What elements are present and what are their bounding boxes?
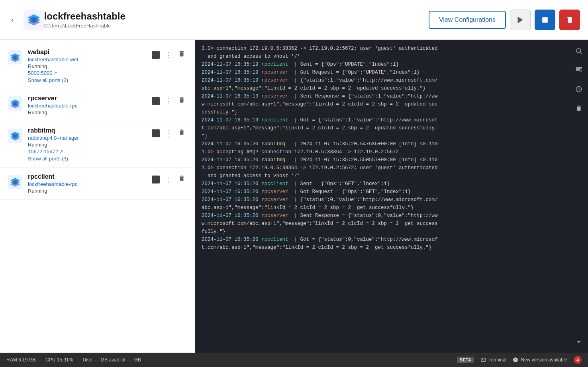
service-link-rpcserver[interactable]: lockfreehashtable-rpc [28, 103, 146, 109]
delete-service-rabbitmq[interactable] [176, 129, 187, 138]
svg-rect-9 [576, 67, 582, 68]
log-wrap-button[interactable] [572, 64, 585, 76]
bottom-bar-right: BETA Terminal New version available 4 [457, 356, 582, 364]
log-timestamp-button[interactable] [572, 83, 585, 96]
notification-badge[interactable]: 4 [574, 356, 582, 364]
service-item-webapi: webapi lockfreehashtable-wel Running 500… [0, 43, 195, 89]
delete-service-rpcserver[interactable] [176, 96, 187, 105]
service-actions-rabbitmq: ⋮ [152, 129, 187, 138]
sidebar: webapi lockfreehashtable-wel Running 500… [0, 40, 195, 353]
log-sidebar [570, 40, 588, 119]
service-name-rpcclient: rpcclient [28, 173, 146, 180]
service-icon-webapi [8, 50, 22, 64]
app-path: C:\Temp\LockFreeHashTable [44, 23, 429, 29]
disk-stat: Disk --.- GB avail. of --.- GB [82, 357, 141, 363]
app-info: lockfreehashtable C:\Temp\LockFreeHashTa… [44, 11, 429, 29]
header: ‹ lockfreehashtable C:\Temp\LockFreeHash… [0, 0, 588, 40]
service-status-rpcclient: Running [28, 188, 146, 194]
more-service-rpcclient[interactable]: ⋮ [163, 176, 173, 183]
service-status-webapi: Running [28, 63, 146, 69]
stop-button[interactable] [535, 10, 555, 30]
log-scroll-bottom-button[interactable] [573, 336, 585, 348]
service-item-rpcclient: rpcclient lockfreehashtable-rpc Running … [0, 168, 195, 200]
service-actions-webapi: ⋮ [152, 50, 187, 59]
service-info-rabbitmq: rabbitmq rabbitmq:4.0-manager Running 15… [28, 127, 146, 162]
service-show-ports-rabbitmq[interactable]: Show all ports (3) [28, 156, 146, 162]
new-version-notice[interactable]: New version available [513, 357, 567, 363]
service-info-rpcserver: rpcserver lockfreehashtable-rpc Running [28, 95, 146, 115]
terminal-label: Terminal [488, 357, 506, 363]
app-title: lockfreehashtable [44, 11, 429, 22]
ram-stat: RAM 6.19 GB [6, 357, 36, 363]
stop-service-rabbitmq[interactable] [152, 129, 160, 137]
service-info-rpcclient: rpcclient lockfreehashtable-rpc Running [28, 173, 146, 194]
delete-service-rpcclient[interactable] [176, 175, 187, 184]
service-item-rpcserver: rpcserver lockfreehashtable-rpc Running … [0, 89, 195, 121]
back-button[interactable]: ‹ [8, 12, 17, 27]
service-icon-rpcserver [8, 96, 22, 111]
log-content: 3.0> connection 172.19.0.5:38362 -> 172.… [202, 45, 568, 252]
terminal-link[interactable]: Terminal [480, 357, 506, 363]
service-info-webapi: webapi lockfreehashtable-wel Running 500… [28, 49, 146, 83]
stop-service-webapi[interactable] [152, 51, 160, 59]
more-service-webapi[interactable]: ⋮ [163, 51, 173, 59]
app-icon [24, 10, 44, 30]
service-icon-rpcclient [8, 175, 22, 189]
service-show-ports-webapi[interactable]: Show all ports (2) [28, 77, 146, 83]
service-actions-rpcclient: ⋮ [152, 175, 187, 184]
stop-service-rpcserver[interactable] [152, 97, 160, 105]
svg-rect-10 [576, 70, 580, 71]
log-area[interactable]: 3.0> connection 172.19.0.5:38362 -> 172.… [195, 40, 588, 353]
view-configurations-button[interactable]: View Configurations [429, 11, 506, 29]
service-link-rpcclient[interactable]: lockfreehashtable-rpc [28, 181, 146, 187]
service-name-rabbitmq: rabbitmq [28, 127, 146, 134]
log-clear-button[interactable] [572, 102, 585, 115]
delete-all-button[interactable] [559, 10, 580, 30]
service-port-rabbitmq[interactable]: 15672:15672 ↗ [28, 148, 63, 154]
stop-service-rpcclient[interactable] [152, 176, 160, 184]
main: webapi lockfreehashtable-wel Running 500… [0, 40, 588, 353]
service-name-rpcserver: rpcserver [28, 95, 146, 102]
service-name-webapi: webapi [28, 49, 146, 56]
cpu-stat: CPU 15.31% [45, 357, 73, 363]
svg-point-7 [576, 49, 581, 53]
service-actions-rpcserver: ⋮ [152, 96, 187, 105]
service-item-rabbitmq: rabbitmq rabbitmq:4.0-manager Running 15… [0, 121, 195, 168]
service-status-rabbitmq: Running [28, 142, 146, 148]
more-service-rpcserver[interactable]: ⋮ [163, 98, 173, 105]
play-button[interactable] [510, 10, 531, 30]
log-search-button[interactable] [572, 45, 585, 57]
header-actions: View Configurations [429, 10, 580, 30]
service-link-rabbitmq[interactable]: rabbitmq:4.0-manager [28, 135, 146, 141]
svg-rect-2 [542, 17, 548, 23]
new-version-label: New version available [521, 357, 567, 363]
bottom-bar: RAM 6.19 GB CPU 15.31% Disk --.- GB avai… [0, 353, 588, 367]
beta-badge: BETA [457, 357, 474, 363]
service-port-webapi[interactable]: 5000:5000 ↗ [28, 70, 57, 76]
svg-line-8 [580, 52, 581, 53]
delete-service-webapi[interactable] [176, 50, 187, 59]
more-service-rabbitmq[interactable]: ⋮ [163, 130, 173, 137]
service-link-webapi[interactable]: lockfreehashtable-wel [28, 57, 146, 62]
service-icon-rabbitmq [8, 129, 22, 143]
svg-marker-1 [518, 16, 523, 23]
service-status-rpcserver: Running [28, 109, 146, 115]
